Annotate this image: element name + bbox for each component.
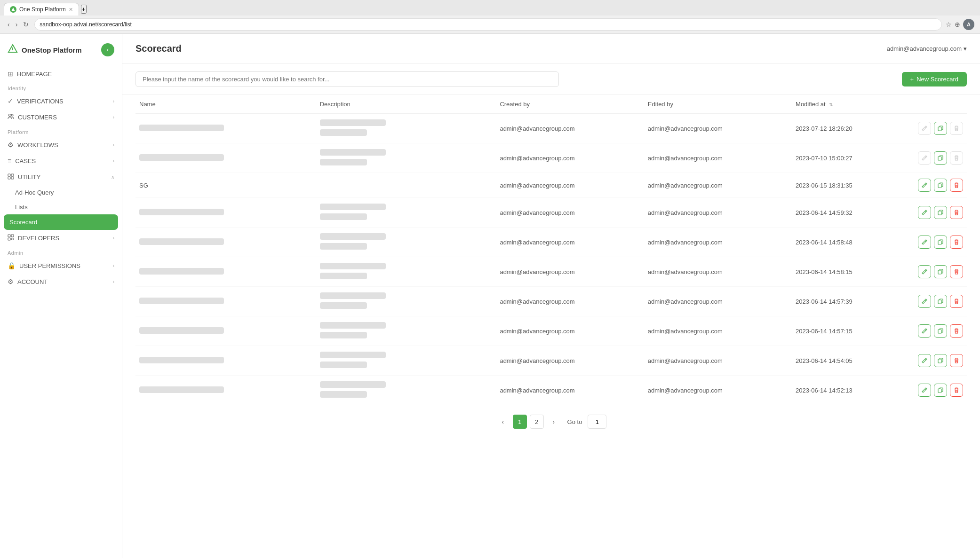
sidebar-item-homepage[interactable]: ⊞ HOMEPAGE — [0, 66, 122, 82]
chevron-icon: › — [113, 142, 114, 148]
table-body: admin@advancegroup.comadmin@advancegroup… — [135, 114, 967, 405]
edit-button[interactable] — [918, 384, 931, 397]
user-info[interactable]: admin@advancegroup.com ▾ — [887, 45, 967, 52]
cell-actions — [914, 143, 967, 173]
add-tab-button[interactable]: + — [81, 5, 87, 14]
search-input[interactable] — [135, 71, 559, 87]
blurred-name — [139, 154, 224, 161]
customers-icon — [8, 113, 14, 121]
delete-button[interactable] — [950, 295, 963, 308]
delete-button[interactable] — [950, 354, 963, 367]
reload-button[interactable]: ↻ — [21, 20, 31, 29]
delete-button[interactable] — [950, 206, 963, 219]
utility-icon — [8, 173, 14, 181]
sidebar-item-user-permissions[interactable]: 🔒 USER PERMISSIONS › — [0, 258, 122, 274]
logo-text: OneStop Platform — [22, 46, 82, 54]
address-bar[interactable] — [34, 18, 942, 31]
cell-edited-by: admin@advancegroup.com — [644, 114, 792, 143]
sidebar-sub-item-lists[interactable]: Lists — [0, 200, 122, 214]
edit-button[interactable] — [918, 295, 931, 308]
sidebar-item-cases[interactable]: ≡ CASES › — [0, 153, 122, 169]
copy-button[interactable] — [934, 265, 947, 278]
page-2-button[interactable]: 2 — [530, 415, 544, 429]
delete-button[interactable] — [950, 384, 963, 397]
sidebar-item-utility[interactable]: UTILITY ∧ — [0, 169, 122, 185]
blurred-name — [139, 238, 224, 245]
edit-button[interactable] — [918, 236, 931, 249]
cell-created-by: admin@advancegroup.com — [496, 346, 644, 376]
delete-button[interactable] — [950, 236, 963, 249]
page-1-button[interactable]: 1 — [513, 415, 527, 429]
main-content: Scorecard admin@advancegroup.com ▾ + New… — [122, 34, 980, 558]
forward-button[interactable]: › — [14, 20, 20, 29]
tab-close-button[interactable]: ✕ — [69, 7, 73, 13]
bookmark-button[interactable]: ☆ — [946, 21, 952, 28]
edit-button[interactable] — [918, 354, 931, 367]
copy-button[interactable] — [934, 295, 947, 308]
svg-rect-14 — [938, 157, 941, 160]
sidebar-item-customers[interactable]: CUSTOMERS › — [0, 109, 122, 126]
sidebar-section-identity: Identity — [0, 82, 122, 93]
blurred-desc-2 — [320, 243, 367, 250]
sidebar-section-platform: Platform — [0, 126, 122, 137]
new-scorecard-button[interactable]: + New Scorecard — [902, 72, 967, 86]
sidebar-item-account[interactable]: ⚙ ACCOUNT › — [0, 274, 122, 290]
action-buttons — [918, 151, 963, 165]
blurred-desc-2 — [320, 391, 367, 398]
copy-button[interactable] — [934, 179, 947, 192]
copy-button[interactable] — [934, 384, 947, 397]
cell-description — [316, 287, 496, 316]
sidebar-item-scorecard[interactable]: Scorecard — [4, 214, 118, 230]
tab-title: One Stop Platform — [19, 6, 66, 13]
copy-button[interactable] — [934, 236, 947, 249]
copy-button[interactable] — [934, 354, 947, 367]
user-permissions-icon: 🔒 — [8, 262, 16, 269]
cell-name — [135, 316, 316, 346]
table-row: admin@advancegroup.comadmin@advancegroup… — [135, 376, 967, 405]
sidebar-item-label: VERIFICATIONS — [17, 98, 64, 105]
sidebar-sub-item-adhoc[interactable]: Ad-Hoc Query — [0, 185, 122, 200]
blurred-desc-2 — [320, 302, 367, 309]
chevron-icon: › — [113, 99, 114, 104]
edit-button[interactable] — [918, 324, 931, 338]
sidebar-item-label: USER PERMISSIONS — [19, 262, 80, 269]
nav-buttons: ‹ › ↻ — [6, 20, 31, 29]
sidebar-item-workflows[interactable]: ⚙ WORKFLOWS › — [0, 137, 122, 153]
sidebar-item-verifications[interactable]: ✓ VERIFICATIONS › — [0, 93, 122, 109]
copy-button[interactable] — [934, 122, 947, 135]
next-page-button[interactable]: › — [547, 415, 561, 429]
prev-page-button[interactable]: ‹ — [496, 415, 510, 429]
cell-name — [135, 257, 316, 287]
edit-button — [918, 122, 931, 135]
delete-button[interactable] — [950, 324, 963, 338]
cell-actions — [914, 287, 967, 316]
cell-edited-by: admin@advancegroup.com — [644, 143, 792, 173]
edit-button[interactable] — [918, 179, 931, 192]
edit-button[interactable] — [918, 265, 931, 278]
action-buttons — [918, 236, 963, 249]
sort-icon: ⇅ — [829, 102, 833, 107]
utility-chevron-icon: ∧ — [111, 174, 114, 180]
delete-button[interactable] — [950, 179, 963, 192]
copy-button[interactable] — [934, 206, 947, 219]
col-modified-at[interactable]: Modified at ⇅ — [792, 95, 914, 114]
cell-name — [135, 346, 316, 376]
extensions-button[interactable]: ⊕ — [955, 21, 960, 28]
blurred-desc-1 — [320, 149, 386, 156]
table-row: admin@advancegroup.comadmin@advancegroup… — [135, 346, 967, 376]
goto-input[interactable] — [588, 415, 606, 429]
blurred-desc-1 — [320, 233, 386, 240]
browser-tab-active[interactable]: One Stop Platform ✕ — [4, 3, 79, 16]
copy-button[interactable] — [934, 151, 947, 165]
copy-button[interactable] — [934, 324, 947, 338]
sidebar-item-label: DEVELOPERS — [18, 235, 59, 242]
delete-button[interactable] — [950, 265, 963, 278]
blurred-desc-2 — [320, 332, 367, 338]
svg-rect-8 — [11, 177, 14, 179]
account-icon: ⚙ — [8, 278, 14, 285]
edit-button[interactable] — [918, 206, 931, 219]
cell-actions — [914, 114, 967, 143]
sidebar-item-developers[interactable]: DEVELOPERS › — [0, 230, 122, 246]
sidebar-collapse-button[interactable]: ‹ — [101, 43, 114, 56]
back-button[interactable]: ‹ — [6, 20, 12, 29]
